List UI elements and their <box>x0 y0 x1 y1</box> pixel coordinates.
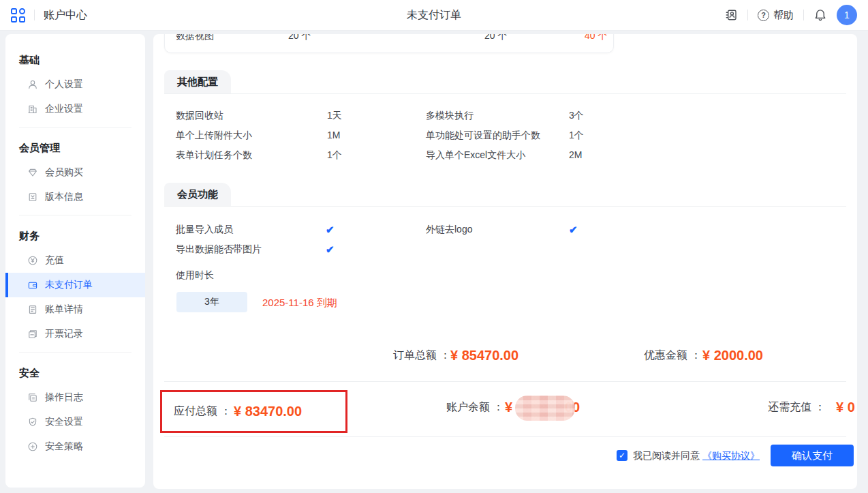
section-tab-other-config: 其他配置 <box>164 70 231 93</box>
sidebar-item-unpaid-orders[interactable]: 未支付订单 <box>5 273 145 297</box>
config-value: 1天 <box>327 110 342 120</box>
sidebar-item-operation-logs[interactable]: 操作日志 <box>5 385 145 410</box>
help-button[interactable]: ? 帮助 <box>758 9 794 22</box>
header-divider <box>747 10 748 20</box>
sidebar-item-label: 安全设置 <box>45 416 83 428</box>
sidebar-item-label: 个人设置 <box>45 78 83 91</box>
sidebar-group-basic: 基础 <box>5 48 145 72</box>
section-divider <box>164 206 846 207</box>
section-divider <box>164 436 846 437</box>
bill-icon <box>27 304 38 315</box>
sidebar-item-security-settings[interactable]: 安全设置 <box>5 410 145 434</box>
config-label: 单功能处可设置的助手个数 <box>426 130 540 140</box>
feature-label: 批量导入成员 <box>176 224 233 234</box>
sidebar-group-finance: 财务 <box>5 224 145 248</box>
shield-check-icon <box>27 417 38 428</box>
sidebar-divider <box>19 127 131 128</box>
row-value: 20 个 <box>288 34 311 40</box>
avatar[interactable]: 1 <box>837 5 857 25</box>
bell-icon[interactable] <box>813 8 827 22</box>
sidebar-group-membership: 会员管理 <box>5 136 145 160</box>
discount-label: 优惠金额 ： <box>644 350 701 361</box>
help-label: 帮助 <box>773 9 794 22</box>
check-icon: ✔ <box>326 244 335 254</box>
user-icon <box>27 79 38 90</box>
scrolled-config-card: 数据视图 20 个 20 个 40 个 <box>164 34 614 53</box>
expiry-date-text: 2025-11-16 到期 <box>262 297 337 308</box>
config-value: 1个 <box>569 130 584 140</box>
sidebar-item-security-policy[interactable]: 安全策略 <box>5 434 145 459</box>
log-icon <box>27 392 38 403</box>
sidebar-item-member-purchase[interactable]: 会员购买 <box>5 160 145 185</box>
confirm-pay-button[interactable]: 确认支付 <box>771 445 854 466</box>
order-detail-panel: 数据视图 20 个 20 个 40 个 其他配置 数据回收站 1天 多模块执行 … <box>153 34 857 489</box>
agreement-checkbox[interactable]: ✓ <box>617 450 627 461</box>
row-label: 数据视图 <box>176 34 214 40</box>
sidebar-item-recharge[interactable]: 充值 <box>5 248 145 273</box>
recharge-needed-value: ¥ 0 <box>836 400 855 414</box>
recharge-needed-label: 还需充值 ： <box>768 402 825 413</box>
agreement-text: 我已阅读并同意 <box>633 451 700 460</box>
sidebar-item-enterprise-settings[interactable]: 企业设置 <box>5 97 145 121</box>
config-value: 2M <box>569 150 582 160</box>
config-label: 导入单个Excel文件大小 <box>426 150 525 160</box>
building-icon <box>27 104 38 115</box>
diamond-icon <box>27 167 38 178</box>
table-row: 数据视图 20 个 20 个 40 个 <box>165 34 613 40</box>
top-header: 账户中心 未支付订单 ? 帮助 1 <box>0 0 868 31</box>
balance-currency: ¥ <box>505 400 512 414</box>
balance-label: 账户余额 ： <box>446 402 503 413</box>
header-divider <box>803 10 804 20</box>
apps-grid-icon[interactable] <box>11 8 25 23</box>
sidebar-item-version-info[interactable]: 版本信息 <box>5 185 145 209</box>
sidebar-group-security: 安全 <box>5 361 145 385</box>
discount-value: ¥ 2000.00 <box>702 348 763 362</box>
header-divider <box>34 10 35 20</box>
feature-label: 导出数据能否带图片 <box>176 244 262 254</box>
sidebar-item-label: 开票记录 <box>45 328 83 340</box>
check-icon: ✔ <box>569 224 578 235</box>
payable-value: ¥ 83470.00 <box>234 404 302 418</box>
sidebar-item-label: 会员购买 <box>45 166 83 179</box>
section-divider <box>164 93 846 94</box>
wallet-icon <box>27 280 38 290</box>
sidebar-item-personal-settings[interactable]: 个人设置 <box>5 72 145 97</box>
shield-plus-icon <box>27 441 38 452</box>
sidebar: 基础 个人设置 企业设置 会员管理 会员购买 版本信息 财务 充值 未支付订单 … <box>5 34 145 488</box>
app-title: 账户中心 <box>44 8 87 23</box>
sidebar-item-label: 安全策略 <box>45 440 83 453</box>
config-value: 3个 <box>569 110 584 120</box>
sidebar-item-bill-details[interactable]: 账单详情 <box>5 297 145 322</box>
contact-book-icon[interactable] <box>724 8 738 22</box>
row-value: 20 个 <box>484 34 507 40</box>
config-value: 1M <box>327 130 340 140</box>
sidebar-item-label: 充值 <box>45 254 64 267</box>
config-label: 单个上传附件大小 <box>176 130 252 140</box>
order-total-value: ¥ 85470.00 <box>450 348 518 362</box>
version-icon <box>27 192 38 203</box>
check-icon: ✔ <box>326 224 335 235</box>
sidebar-item-invoice-records[interactable]: 开票记录 <box>5 322 145 346</box>
payable-label: 应付总额 ： <box>174 406 231 417</box>
sidebar-item-label: 企业设置 <box>45 103 83 115</box>
section-tab-member-features: 会员功能 <box>164 183 231 206</box>
purchase-agreement-link[interactable]: 《购买协议》 <box>702 451 760 460</box>
config-label: 数据回收站 <box>176 110 223 120</box>
sidebar-item-label: 账单详情 <box>45 303 83 316</box>
config-value: 1个 <box>327 150 342 160</box>
duration-option-button[interactable]: 3年 <box>176 292 247 312</box>
feature-label: 外链去logo <box>426 224 472 234</box>
invoice-icon <box>27 329 38 340</box>
sidebar-item-label: 操作日志 <box>45 391 83 404</box>
sidebar-item-label: 未支付订单 <box>45 279 93 291</box>
header-left: 账户中心 <box>11 8 87 23</box>
question-icon: ? <box>758 10 769 21</box>
duration-label: 使用时长 <box>176 270 214 280</box>
sidebar-divider <box>19 352 131 353</box>
config-label: 表单计划任务个数 <box>176 150 252 160</box>
recharge-icon <box>27 255 38 266</box>
row-value-highlight: 40 个 <box>585 34 607 40</box>
header-right: ? 帮助 1 <box>724 5 857 25</box>
config-label: 多模块执行 <box>426 110 474 120</box>
section-divider <box>164 381 846 382</box>
